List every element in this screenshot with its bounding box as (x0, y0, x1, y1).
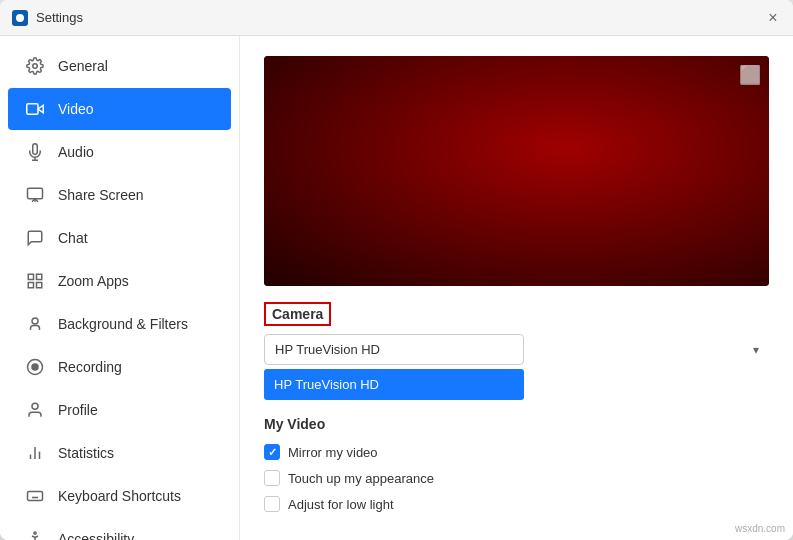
camera-preview: ⬜ (264, 56, 769, 286)
dropdown-arrow-icon: ▾ (753, 343, 759, 357)
video-icon (24, 98, 46, 120)
svg-point-14 (32, 364, 38, 370)
low-light-label: Adjust for low light (288, 497, 394, 512)
sidebar-item-audio[interactable]: Audio (8, 131, 231, 173)
titlebar: Settings × (0, 0, 793, 36)
svg-point-1 (33, 64, 38, 69)
sidebar-item-general-label: General (58, 58, 108, 74)
mirror-video-item[interactable]: Mirror my video (264, 444, 769, 460)
zoom-apps-icon (24, 270, 46, 292)
sidebar-item-audio-label: Audio (58, 144, 94, 160)
touch-up-label: Touch up my appearance (288, 471, 434, 486)
window-title: Settings (36, 10, 83, 25)
svg-rect-19 (28, 492, 43, 501)
svg-rect-9 (37, 274, 42, 279)
sidebar: General Video Audio (0, 36, 240, 540)
accessibility-icon (24, 528, 46, 540)
sidebar-item-share-screen-label: Share Screen (58, 187, 144, 203)
svg-rect-10 (28, 283, 33, 288)
sidebar-item-background-filters-label: Background & Filters (58, 316, 188, 332)
sidebar-item-video[interactable]: Video (8, 88, 231, 130)
sidebar-item-general[interactable]: General (8, 45, 231, 87)
sidebar-item-keyboard-shortcuts-label: Keyboard Shortcuts (58, 488, 181, 504)
keyboard-shortcuts-icon (24, 485, 46, 507)
sidebar-item-recording-label: Recording (58, 359, 122, 375)
sidebar-item-video-label: Video (58, 101, 94, 117)
main-content: General Video Audio (0, 36, 793, 540)
general-icon (24, 55, 46, 77)
sidebar-item-keyboard-shortcuts[interactable]: Keyboard Shortcuts (8, 475, 231, 517)
statistics-icon (24, 442, 46, 464)
low-light-checkbox[interactable] (264, 496, 280, 512)
sidebar-item-share-screen[interactable]: Share Screen (8, 174, 231, 216)
settings-window: Settings × General Video (0, 0, 793, 540)
watermark: wsxdn.com (735, 523, 785, 534)
background-filters-icon (24, 313, 46, 335)
camera-dropdown[interactable]: HP TrueVision HD (264, 334, 524, 365)
svg-rect-3 (27, 104, 38, 115)
share-screen-icon (24, 184, 46, 206)
sidebar-item-accessibility[interactable]: Accessibility (8, 518, 231, 540)
svg-point-20 (34, 532, 36, 534)
camera-section: Camera HP TrueVision HD ▾ HP TrueVision … (264, 302, 769, 400)
svg-rect-6 (28, 188, 43, 199)
close-button[interactable]: × (765, 10, 781, 26)
sidebar-item-zoom-apps[interactable]: Zoom Apps (8, 260, 231, 302)
sidebar-item-profile[interactable]: Profile (8, 389, 231, 431)
svg-rect-11 (37, 283, 42, 288)
svg-point-12 (32, 318, 38, 324)
touch-up-checkbox[interactable] (264, 470, 280, 486)
audio-icon (24, 141, 46, 163)
sidebar-item-statistics[interactable]: Statistics (8, 432, 231, 474)
mirror-video-checkbox[interactable] (264, 444, 280, 460)
camera-expand-icon[interactable]: ⬜ (739, 64, 761, 86)
recording-icon (24, 356, 46, 378)
my-video-section: My Video Mirror my video Touch up my app… (264, 416, 769, 512)
sidebar-item-recording[interactable]: Recording (8, 346, 231, 388)
my-video-title: My Video (264, 416, 769, 432)
touch-up-item[interactable]: Touch up my appearance (264, 470, 769, 486)
profile-icon (24, 399, 46, 421)
titlebar-left: Settings (12, 10, 83, 26)
sidebar-item-accessibility-label: Accessibility (58, 531, 134, 540)
svg-marker-2 (38, 105, 43, 113)
chat-icon (24, 227, 46, 249)
content-area: ⬜ Camera HP TrueVision HD ▾ HP TrueVisio… (240, 36, 793, 540)
camera-selected-option[interactable]: HP TrueVision HD (264, 369, 524, 400)
camera-dropdown-container: HP TrueVision HD ▾ (264, 334, 769, 365)
sidebar-item-profile-label: Profile (58, 402, 98, 418)
svg-point-0 (16, 14, 24, 22)
sidebar-item-zoom-apps-label: Zoom Apps (58, 273, 129, 289)
sidebar-item-statistics-label: Statistics (58, 445, 114, 461)
svg-point-15 (32, 403, 38, 409)
sidebar-item-chat[interactable]: Chat (8, 217, 231, 259)
low-light-item[interactable]: Adjust for low light (264, 496, 769, 512)
svg-rect-8 (28, 274, 33, 279)
mirror-video-label: Mirror my video (288, 445, 378, 460)
sidebar-item-background-filters[interactable]: Background & Filters (8, 303, 231, 345)
sidebar-item-chat-label: Chat (58, 230, 88, 246)
camera-section-label: Camera (264, 302, 331, 326)
settings-window-icon (12, 10, 28, 26)
